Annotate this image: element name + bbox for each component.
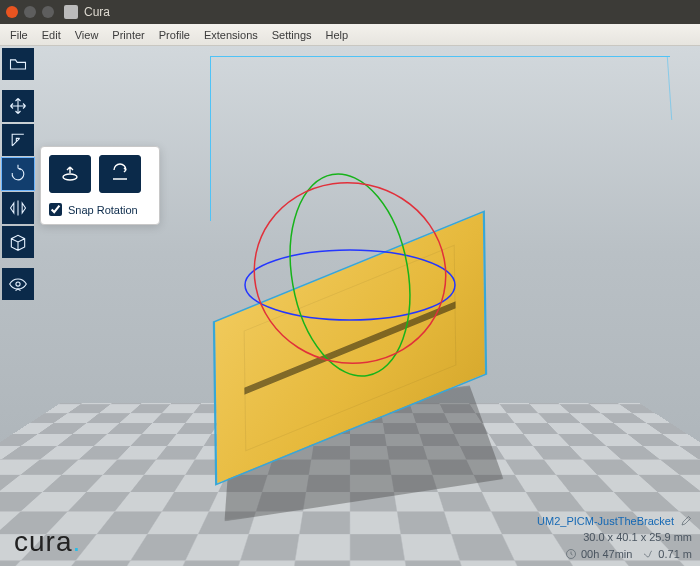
menu-printer[interactable]: Printer — [106, 27, 150, 43]
lay-flat-icon — [108, 162, 132, 186]
snap-rotation-label: Snap Rotation — [68, 204, 138, 216]
rotate-icon — [8, 164, 28, 184]
snap-rotation-input[interactable] — [49, 203, 62, 216]
window-title: Cura — [84, 5, 110, 19]
rotate-panel: Snap Rotation — [40, 146, 160, 225]
svg-point-1 — [63, 174, 77, 180]
tool-open-file[interactable] — [2, 48, 34, 80]
brand-logo: cura. — [14, 526, 81, 558]
window-maximize-button[interactable] — [42, 6, 54, 18]
svg-point-0 — [16, 282, 20, 286]
window-minimize-button[interactable] — [24, 6, 36, 18]
job-time: 00h 47min — [581, 546, 632, 563]
build-volume-edge — [210, 56, 211, 221]
app-icon — [64, 5, 78, 19]
filament-icon — [642, 548, 654, 560]
window-titlebar: Cura — [0, 0, 700, 24]
menu-extensions[interactable]: Extensions — [198, 27, 264, 43]
job-dimensions: 30.0 x 40.1 x 25.9 mm — [537, 529, 692, 546]
move-icon — [8, 96, 28, 116]
menu-file[interactable]: File — [4, 27, 34, 43]
job-filename[interactable]: UM2_PICM-JustTheBracket — [537, 513, 674, 530]
job-info-panel: UM2_PICM-JustTheBracket 30.0 x 40.1 x 25… — [537, 513, 692, 563]
job-filament-length: 0.71 m — [658, 546, 692, 563]
eye-icon — [8, 274, 28, 294]
scale-icon — [8, 130, 28, 150]
pencil-icon[interactable] — [680, 515, 692, 527]
tool-mirror[interactable] — [2, 192, 34, 224]
build-volume-edge — [667, 56, 672, 120]
tool-view-mode[interactable] — [2, 268, 34, 300]
mirror-icon — [8, 198, 28, 218]
tool-per-model-settings[interactable] — [2, 226, 34, 258]
per-model-icon — [8, 232, 28, 252]
rotate-reset-button[interactable] — [49, 155, 91, 193]
model-object[interactable] — [222, 253, 478, 442]
snap-rotation-checkbox[interactable]: Snap Rotation — [49, 203, 151, 216]
rotate-layflat-button[interactable] — [99, 155, 141, 193]
menu-bar: File Edit View Printer Profile Extension… — [0, 24, 700, 46]
menu-edit[interactable]: Edit — [36, 27, 67, 43]
tool-rotate[interactable] — [2, 158, 34, 190]
brand-dot: . — [72, 526, 81, 557]
build-volume-edge — [210, 56, 670, 57]
menu-help[interactable]: Help — [320, 27, 355, 43]
tool-move[interactable] — [2, 90, 34, 122]
menu-view[interactable]: View — [69, 27, 105, 43]
menu-settings[interactable]: Settings — [266, 27, 318, 43]
reset-rotation-icon — [58, 162, 82, 186]
clock-icon — [565, 548, 577, 560]
left-toolbar — [2, 48, 34, 300]
folder-open-icon — [8, 54, 28, 74]
brand-text: cura — [14, 526, 72, 557]
menu-profile[interactable]: Profile — [153, 27, 196, 43]
build-plate-viewport[interactable]: Snap Rotation cura. UM2_PICM-JustTheBrac… — [0, 46, 700, 566]
window-close-button[interactable] — [6, 6, 18, 18]
tool-scale[interactable] — [2, 124, 34, 156]
